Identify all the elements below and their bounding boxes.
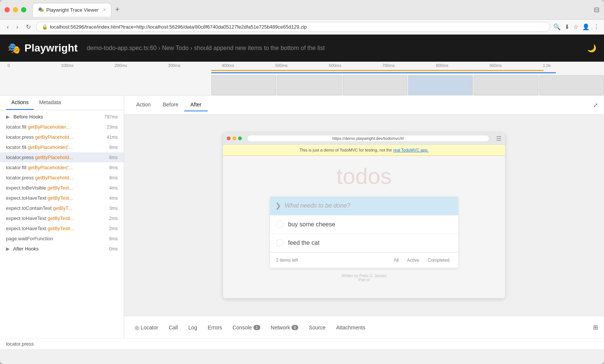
filter-all[interactable]: All — [391, 256, 401, 264]
list-item[interactable]: locator.fill getByPlaceholder... 23ms — [0, 122, 124, 132]
action-tab-before[interactable]: Before — [157, 99, 184, 111]
timeline-mark-400: 400ms — [222, 63, 275, 68]
timeline-block — [343, 75, 407, 95]
console-badge: 1 — [253, 325, 260, 330]
action-selector: getByPlaceholder... — [28, 124, 70, 130]
list-item[interactable]: expect.toBeVisible getByText... 4ms — [0, 183, 124, 193]
bottom-tab-network[interactable]: Network 6 — [266, 322, 303, 334]
action-tab-action[interactable]: Action — [130, 99, 157, 111]
bottom-tab-console[interactable]: Console 1 — [228, 322, 265, 334]
bottom-tab-label: Call — [169, 325, 178, 331]
filter-completed[interactable]: Completed — [425, 256, 452, 264]
metadata-tab[interactable]: Metadata — [34, 96, 66, 110]
action-method: locator.fill — [6, 124, 28, 130]
active-tab[interactable]: 🎭 Playwright Trace Viewer × — [32, 3, 111, 17]
todo-input-placeholder: What needs to be done? — [285, 202, 350, 209]
mini-browser: https://demo.playwright.dev/todomvc/#/ ☰… — [223, 133, 505, 298]
action-time: 9ms — [109, 145, 118, 150]
list-item[interactable]: expect.toHaveText getByTestl... 2ms — [0, 223, 124, 234]
main-split: Actions Metadata ▶ Before Hooks 797ms — [0, 96, 604, 338]
notice-link[interactable]: real TodoMVC app. — [393, 148, 429, 152]
partial-action-item[interactable]: locator.press — [0, 338, 604, 349]
browser-window: 🎭 Playwright Trace Viewer × + ⊟ ‹ › ↻ 🔒 … — [0, 0, 604, 364]
action-selector: getByText... — [47, 185, 73, 191]
filter-active[interactable]: Active — [404, 256, 422, 264]
action-selector: getByPlaceholder('... — [28, 144, 73, 150]
mini-url-bar: https://demo.playwright.dev/todomvc/#/ — [247, 135, 489, 142]
panel-tabs: Actions Metadata — [0, 96, 124, 110]
partial-action-text: locator.press — [6, 341, 34, 347]
action-group-before-hooks[interactable]: ▶ Before Hooks 797ms — [0, 112, 124, 122]
actions-tab[interactable]: Actions — [6, 96, 34, 110]
minimize-button[interactable] — [13, 7, 18, 12]
right-panel: Action Before After ⤢ https://de — [124, 96, 604, 338]
mini-menu-icon: ☰ — [496, 135, 501, 142]
bottom-tab-call[interactable]: Call — [164, 322, 182, 334]
timeline-mark-800: 800ms — [436, 63, 489, 68]
network-badge: 6 — [291, 325, 298, 330]
maximize-button[interactable] — [21, 7, 26, 12]
timeline-mark-700: 700ms — [382, 63, 436, 68]
mini-close — [227, 136, 231, 140]
list-item[interactable]: expect.toHaveText getByTest... 4ms — [0, 193, 124, 203]
action-time: 797ms — [104, 114, 118, 120]
action-method: expect.toContainText — [6, 205, 53, 211]
list-item[interactable]: locator.press getByPlacehold... 8ms — [0, 152, 124, 162]
bottom-tab-source[interactable]: Source — [304, 322, 330, 334]
todo-filters: All Active Completed — [391, 256, 452, 264]
split-view-icon[interactable]: ⊞ — [593, 324, 598, 331]
tab-favicon: 🎭 — [38, 7, 44, 13]
timeline-mark-0: 0 — [8, 63, 61, 68]
bottom-tab-errors[interactable]: Errors — [203, 322, 226, 334]
action-group-after-hooks[interactable]: ▶ After Hooks 0ms — [0, 244, 124, 254]
expand-button[interactable]: ⤢ — [593, 102, 598, 109]
action-time: 2ms — [109, 226, 118, 231]
timeline-blue-line — [211, 72, 555, 73]
todo-title: todos — [337, 163, 392, 189]
bottom-tab-label: Errors — [208, 325, 222, 331]
timeline-block — [211, 75, 276, 95]
todo-item: buy some cheese — [270, 215, 458, 234]
action-method: expect.toHaveText — [6, 226, 48, 231]
bottom-tab-log[interactable]: Log — [184, 322, 202, 334]
action-time: 4ms — [109, 196, 118, 201]
bottom-tab-locator[interactable]: ◎ Locator — [130, 322, 163, 334]
bottom-tab-attachments[interactable]: Attachments — [332, 322, 370, 334]
zoom-icon: 🔍 — [553, 23, 561, 30]
address-bar: ‹ › ↻ 🔒 localhost:56296/trace/index.html… — [0, 20, 604, 35]
close-button[interactable] — [5, 7, 10, 12]
forward-button[interactable]: › — [14, 23, 20, 31]
todo-footer-count: 2 items left — [276, 258, 391, 263]
tab-bar: 🎭 Playwright Trace Viewer × + — [32, 3, 591, 17]
theme-toggle-icon[interactable]: 🌙 — [587, 44, 596, 53]
notice-banner: This is just a demo of TodoMVC for testi… — [223, 145, 505, 156]
list-item[interactable]: locator.press getByPlacehold... 41ms — [0, 132, 124, 142]
breadcrumb: demo-todo-app.spec.ts:60 › New Todo › sh… — [87, 45, 325, 52]
timeline-mark-200: 200ms — [115, 63, 168, 68]
list-item[interactable]: locator.press getByPlacehold... 9ms — [0, 173, 124, 183]
url-bar[interactable]: 🔒 localhost:56296/trace/index.html?trace… — [36, 22, 550, 32]
list-item[interactable]: expect.toContainText getByT... 3ms — [0, 203, 124, 213]
new-tab-button[interactable]: + — [113, 5, 122, 14]
action-time: 41ms — [107, 135, 118, 140]
tab-close-button[interactable]: × — [103, 7, 106, 12]
refresh-button[interactable]: ↻ — [24, 23, 33, 31]
timeline-block — [277, 75, 341, 95]
timeline-mark-1s: 1.0s — [543, 63, 596, 68]
list-item[interactable]: page.waitForFunction 8ms — [0, 234, 124, 244]
timeline-mark-100: 100ms — [61, 63, 114, 68]
playwright-logo-text: Playwright — [24, 42, 78, 54]
bottom-tab-label: Network — [271, 325, 290, 331]
action-group-label: Before Hooks — [14, 114, 43, 120]
timeline-mark-300: 300ms — [168, 63, 222, 68]
list-item[interactable]: expect.toHaveText getByTestl... 2ms — [0, 213, 124, 223]
playwright-header: 🎭 Playwright demo-todo-app.spec.ts:60 › … — [0, 35, 604, 62]
timeline[interactable]: 0 100ms 200ms 300ms 400ms 500ms 600ms 70… — [0, 62, 604, 96]
action-selector: getByTestl... — [48, 226, 74, 231]
timeline-mark-500: 500ms — [275, 63, 329, 68]
list-item[interactable]: locator.fill getByPlaceholder('... 9ms — [0, 142, 124, 152]
action-tab-after[interactable]: After — [184, 99, 208, 111]
list-item[interactable]: locator.fill getByPlaceholder('... 9ms — [0, 162, 124, 173]
action-method: expect.toBeVisible — [6, 185, 47, 191]
back-button[interactable]: ‹ — [5, 23, 11, 31]
